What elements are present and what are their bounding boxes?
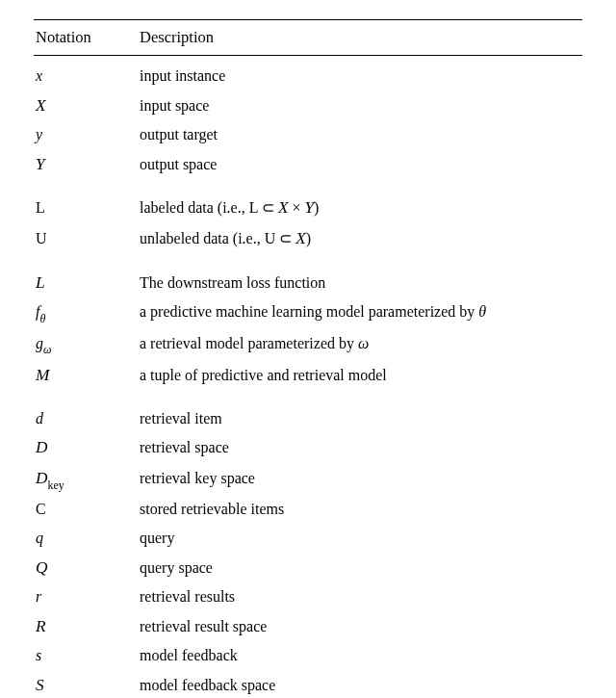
- table-row: Xinput space: [34, 90, 582, 121]
- table-row: LThe downstream loss function: [34, 268, 582, 298]
- table-row: Llabeled data (i.e., L ⊂ X × Y): [34, 193, 582, 223]
- table-row: Ma tuple of predictive and retrieval mod…: [34, 360, 582, 391]
- description-cell: The downstream loss function: [130, 268, 582, 298]
- description-cell: retrieval key space: [130, 463, 582, 495]
- description-cell: labeled data (i.e., L ⊂ X × Y): [130, 193, 582, 223]
- description-cell: stored retrievable items: [130, 495, 582, 524]
- notation-cell: L: [34, 193, 130, 223]
- table-row: xinput instance: [34, 56, 582, 90]
- description-cell: model feedback space: [130, 670, 582, 698]
- notation-cell: S: [34, 670, 130, 698]
- header-notation: Notation: [34, 20, 130, 56]
- table-row: dretrieval item: [34, 404, 582, 433]
- notation-cell: d: [34, 404, 130, 433]
- spacer-row: [34, 179, 582, 193]
- table-row: smodel feedback: [34, 641, 582, 670]
- description-cell: unlabeled data (i.e., U ⊂ X): [130, 223, 582, 254]
- notation-cell: x: [34, 56, 130, 90]
- notation-cell: Dkey: [34, 463, 130, 495]
- notation-cell: r: [34, 582, 130, 611]
- notation-cell: s: [34, 641, 130, 670]
- table-row: Cstored retrievable items: [34, 495, 582, 524]
- description-cell: query space: [130, 553, 582, 583]
- description-cell: retrieval space: [130, 432, 582, 463]
- description-cell: retrieval item: [130, 404, 582, 433]
- notation-cell: D: [34, 432, 130, 463]
- description-cell: a tuple of predictive and retrieval mode…: [130, 360, 582, 391]
- table-row: youtput target: [34, 120, 582, 149]
- table-row: Smodel feedback space: [34, 670, 582, 698]
- notation-cell: L: [34, 268, 130, 298]
- description-cell: retrieval result space: [130, 611, 582, 642]
- table-row: gωa retrieval model parameterized by ω: [34, 329, 582, 360]
- description-cell: output space: [130, 149, 582, 180]
- table-row: Youtput space: [34, 149, 582, 180]
- description-cell: input instance: [130, 56, 582, 90]
- notation-cell: M: [34, 360, 130, 391]
- spacer-row: [34, 254, 582, 268]
- spacer-row: [34, 391, 582, 404]
- notation-cell: fθ: [34, 297, 130, 328]
- description-cell: model feedback: [130, 641, 582, 670]
- notation-cell: Q: [34, 553, 130, 583]
- table-row: Dretrieval space: [34, 432, 582, 463]
- notation-cell: R: [34, 611, 130, 642]
- table-header-row: Notation Description: [34, 20, 582, 56]
- description-cell: retrieval results: [130, 582, 582, 611]
- table-row: qquery: [34, 524, 582, 553]
- notation-cell: Y: [34, 149, 130, 180]
- description-cell: input space: [130, 90, 582, 121]
- table-row: Uunlabeled data (i.e., U ⊂ X): [34, 223, 582, 254]
- notation-cell: U: [34, 223, 130, 254]
- notation-cell: X: [34, 90, 130, 121]
- notation-cell: gω: [34, 329, 130, 360]
- table-row: Dkeyretrieval key space: [34, 463, 582, 495]
- notation-table: Notation Description xinput instanceXinp…: [34, 19, 582, 698]
- description-cell: query: [130, 524, 582, 553]
- table-row: fθa predictive machine learning model pa…: [34, 297, 582, 328]
- table-row: Qquery space: [34, 553, 582, 583]
- table-row: Rretrieval result space: [34, 611, 582, 642]
- description-cell: output target: [130, 120, 582, 149]
- notation-cell: C: [34, 495, 130, 524]
- description-cell: a retrieval model parameterized by ω: [130, 329, 582, 360]
- header-description: Description: [130, 20, 582, 56]
- table-row: rretrieval results: [34, 582, 582, 611]
- description-cell: a predictive machine learning model para…: [130, 297, 582, 328]
- table-body: xinput instanceXinput spaceyoutput targe…: [34, 56, 582, 699]
- notation-cell: y: [34, 120, 130, 149]
- notation-cell: q: [34, 524, 130, 553]
